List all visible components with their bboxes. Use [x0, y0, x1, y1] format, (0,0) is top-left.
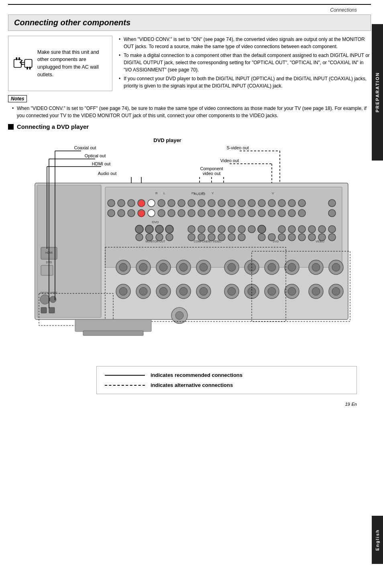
svg-text:Optical out: Optical out	[85, 153, 106, 158]
legend-box: indicates recommended connections indica…	[96, 366, 357, 394]
svg-point-50	[328, 199, 336, 207]
svg-point-116	[139, 263, 147, 271]
svg-point-42	[228, 199, 235, 207]
svg-point-99	[188, 234, 195, 241]
right-notes-column: When "VIDEO CONV." is set to "ON" (see p…	[119, 36, 371, 91]
legend-dashed-line	[105, 385, 145, 386]
warning-box: Make sure that this unit and other compo…	[8, 36, 112, 91]
dvd-connection-diagram: DVD player Coaxial out Optical out HDMI …	[15, 135, 364, 360]
svg-point-58	[178, 210, 185, 217]
svg-point-44	[248, 199, 255, 207]
svg-point-140	[159, 287, 167, 295]
svg-text:Audio out: Audio out	[98, 171, 116, 176]
svg-point-134	[332, 263, 340, 271]
square-bullet-icon	[8, 124, 14, 130]
svg-rect-27	[49, 307, 55, 313]
svg-point-152	[288, 287, 296, 295]
svg-point-33	[138, 199, 145, 207]
svg-point-35	[158, 199, 165, 207]
svg-point-102	[218, 234, 225, 241]
svg-text:video out: video out	[203, 171, 221, 176]
svg-point-71	[328, 210, 336, 217]
svg-text:S-video out: S-video out	[226, 145, 249, 150]
svg-point-48	[288, 199, 295, 207]
svg-point-69	[288, 210, 295, 217]
legend-dashed-text: indicates alternative connections	[151, 382, 233, 388]
svg-point-78	[198, 226, 205, 233]
svg-rect-177	[75, 319, 151, 332]
svg-point-55	[148, 210, 155, 217]
svg-rect-1	[16, 57, 17, 60]
notes-section: Notes When "VIDEO CONV." is set to "OFF"…	[8, 95, 371, 119]
page-number: 19 En	[8, 401, 357, 407]
svg-point-43	[238, 199, 245, 207]
svg-point-142	[179, 287, 187, 295]
svg-point-154	[312, 287, 320, 295]
svg-point-36	[168, 199, 175, 207]
svg-point-41	[218, 199, 225, 207]
svg-point-61	[208, 210, 215, 217]
svg-rect-5	[24, 59, 32, 67]
svg-point-86	[288, 226, 295, 233]
svg-point-104	[238, 234, 245, 241]
svg-point-87	[298, 226, 306, 233]
svg-point-106	[268, 234, 275, 241]
svg-point-49	[298, 199, 306, 207]
svg-point-101	[208, 234, 215, 241]
svg-point-53	[128, 210, 135, 217]
svg-point-146	[228, 287, 236, 295]
svg-point-82	[238, 226, 245, 233]
svg-point-60	[198, 210, 205, 217]
svg-text:R: R	[155, 191, 158, 195]
sidebar-english: English	[372, 516, 383, 564]
svg-point-39	[198, 199, 205, 207]
svg-point-79	[208, 226, 215, 233]
legend-solid-line	[105, 375, 145, 376]
right-note-1: When "VIDEO CONV." is set to "ON" (see p…	[119, 36, 371, 50]
legend-dashed-item: indicates alternative connections	[105, 382, 348, 388]
svg-point-158	[175, 311, 183, 319]
svg-point-118	[159, 263, 167, 271]
svg-point-76	[165, 225, 173, 233]
svg-text:Pr: Pr	[202, 191, 205, 195]
svg-rect-0	[14, 59, 21, 67]
svg-point-83	[248, 226, 255, 233]
svg-point-77	[188, 226, 195, 233]
svg-point-52	[118, 210, 125, 217]
svg-point-124	[228, 263, 236, 271]
legend-solid-item: indicates recommended connections	[105, 372, 348, 378]
svg-point-110	[308, 234, 316, 241]
svg-point-46	[268, 199, 275, 207]
svg-point-62	[218, 210, 225, 217]
svg-point-31	[118, 199, 125, 207]
svg-text:Y: Y	[212, 191, 214, 195]
svg-point-47	[278, 199, 285, 207]
svg-point-95	[136, 234, 143, 241]
svg-point-103	[228, 234, 235, 241]
svg-point-85	[278, 226, 285, 233]
svg-text:Coaxial out: Coaxial out	[74, 145, 96, 150]
dvd-section-title-text: Connecting a DVD player	[17, 123, 89, 130]
svg-point-132	[312, 263, 320, 271]
svg-point-128	[268, 263, 276, 271]
svg-point-138	[139, 287, 147, 295]
right-note-3: If you connect your DVD player to both t…	[119, 75, 371, 90]
svg-point-98	[166, 234, 173, 241]
svg-point-67	[268, 210, 275, 217]
svg-point-74	[145, 225, 153, 233]
svg-text:Pb: Pb	[192, 191, 196, 195]
svg-point-81	[228, 226, 235, 233]
svg-point-150	[268, 287, 276, 295]
svg-point-107	[278, 234, 285, 241]
svg-point-65	[248, 210, 255, 217]
svg-point-120	[179, 263, 187, 271]
svg-text:DVD: DVD	[152, 220, 159, 224]
dvd-section-heading: Connecting a DVD player	[8, 123, 371, 130]
warning-text: Make sure that this unit and other compo…	[37, 49, 107, 79]
svg-point-130	[288, 263, 296, 271]
svg-text:COMPONENT VIDEO: COMPONENT VIDEO	[194, 240, 222, 243]
svg-point-108	[288, 234, 295, 241]
svg-point-63	[228, 210, 235, 217]
svg-point-144	[200, 287, 208, 295]
right-note-2: To make a digital connection to a compon…	[119, 52, 371, 73]
